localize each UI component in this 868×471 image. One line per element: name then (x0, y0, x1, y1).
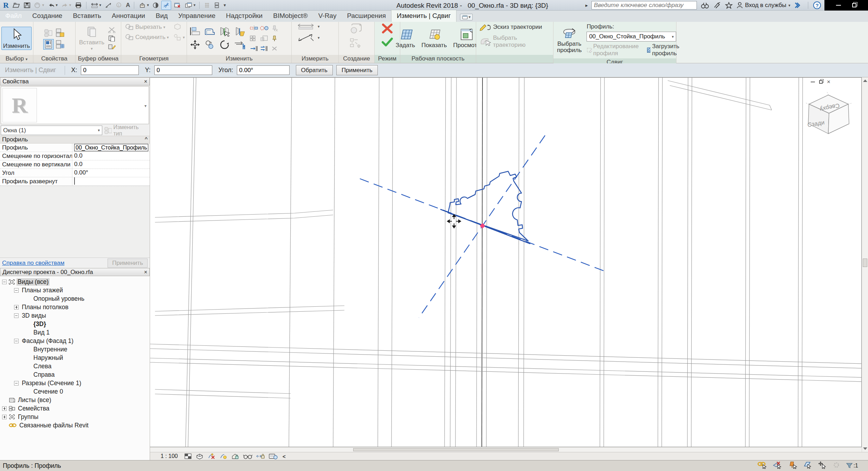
search-expand-icon[interactable]: ▸ (585, 2, 588, 8)
text-icon[interactable]: A (125, 1, 131, 10)
tab-addins[interactable]: Надстройки (221, 10, 268, 22)
ribbon-display-toggle[interactable]: ▾ (460, 14, 473, 20)
delete-icon[interactable] (270, 44, 279, 53)
view-minimize-icon[interactable] (811, 82, 815, 82)
collapse-expander[interactable] (2, 280, 7, 284)
properties-apply-button[interactable]: Применить (108, 259, 148, 268)
horizontal-scrollbar[interactable] (150, 447, 862, 452)
lock-view-icon[interactable] (231, 453, 240, 459)
collapse-expander[interactable] (14, 288, 19, 293)
default-3d-view-icon[interactable]: ▾ (137, 1, 150, 10)
property-group-header[interactable]: Профиль ^ (0, 136, 150, 144)
project-browser-header[interactable]: Диспетчер проекта - 00_Окно.rfa × (0, 268, 150, 276)
view-restore-icon[interactable] (819, 80, 823, 84)
shadows-icon[interactable] (219, 453, 228, 459)
tree-item-ref-level[interactable]: Опорный уровень (0, 294, 150, 303)
close-icon[interactable]: × (144, 79, 147, 84)
tree-item-sheets[interactable]: Листы (все) (0, 396, 150, 404)
vertical-scrollbar[interactable] (862, 77, 868, 452)
y-input[interactable] (154, 65, 212, 75)
panel-measure-label[interactable]: Измерить (292, 55, 338, 63)
property-row-horizontal-offset[interactable]: Смещение по горизонтали 0.0 (0, 152, 150, 160)
close-icon[interactable]: × (144, 269, 147, 275)
redo-icon[interactable]: ▾ (60, 1, 72, 10)
panel-modify-label[interactable]: Изменить (187, 55, 291, 63)
panel-select-label[interactable]: Выбор ▾ (0, 55, 33, 63)
join-geometry-button[interactable]: Соединить▾ ▾ (125, 34, 185, 41)
measure-dimension-button[interactable]: ▾ (297, 23, 320, 30)
tab-vray[interactable]: V-Ray (313, 10, 342, 22)
apply-button[interactable]: Применить (336, 65, 378, 75)
temporary-view-properties-icon[interactable] (268, 453, 278, 459)
tab-annotate[interactable]: Аннотации (106, 10, 150, 22)
tab-extensions[interactable]: Расширения (342, 10, 391, 22)
vertical-scroll-thumb[interactable] (863, 259, 867, 267)
select-links-icon[interactable] (757, 461, 767, 471)
property-row-flipped[interactable]: Профиль развернут (0, 177, 150, 186)
pin-icon[interactable] (270, 34, 279, 43)
tab-insert[interactable]: Вставить (67, 10, 106, 22)
trim-extend-corner-icon[interactable] (234, 39, 247, 50)
select-faces-icon[interactable] (803, 461, 812, 471)
sketch-trajectory-button[interactable]: Эскиз траектории (480, 23, 542, 31)
cut-geometry-button[interactable]: Вырезать▾ (125, 23, 182, 31)
properties-palette-icon[interactable] (43, 39, 54, 50)
finish-sketch-icon[interactable] (381, 37, 393, 46)
panel-workplane-label[interactable]: Рабочая плоскость (400, 55, 476, 63)
panel-create-label[interactable]: Создание (339, 55, 374, 63)
tree-item-exterior[interactable]: Наружный (0, 354, 150, 362)
windows-tile-icon[interactable] (55, 39, 65, 50)
angle-input[interactable] (237, 65, 290, 75)
save-icon[interactable] (22, 1, 32, 10)
properties-header[interactable]: Свойства × (0, 77, 150, 85)
tree-item-sections[interactable]: Разрезы (Сечение 1) (0, 379, 150, 387)
switch-windows-icon[interactable]: ▾ (184, 1, 197, 10)
property-row-profile[interactable]: Профиль (0, 144, 150, 152)
chevron-down-icon[interactable]: ▾ (144, 103, 147, 108)
panel-clipboard-label[interactable]: Буфер обмена (76, 55, 121, 63)
selection-filter[interactable]: :1 (846, 463, 858, 469)
drag-on-selection-icon[interactable] (818, 461, 827, 471)
type-selector[interactable]: R ▾ (1, 86, 149, 124)
customize-qat-icon[interactable]: ▾ (222, 1, 227, 10)
expand-expander[interactable] (2, 415, 7, 419)
property-row-angle[interactable]: Угол 0.00° (0, 169, 150, 177)
workplane-show-button[interactable]: Показать (420, 28, 448, 49)
properties-help-link[interactable]: Справка по свойствам (2, 260, 64, 267)
thin-lines-icon[interactable] (161, 1, 171, 10)
detail-level-icon[interactable] (184, 453, 192, 459)
select-pinned-icon[interactable] (788, 461, 797, 471)
invert-button[interactable]: Обратить (296, 65, 333, 75)
background-processes-icon[interactable] (833, 461, 840, 471)
view-cube[interactable]: Сверху Сзади (802, 90, 856, 146)
undo-icon[interactable]: ▾ (46, 1, 59, 10)
expand-expander[interactable] (2, 406, 7, 411)
copy-icon[interactable] (108, 35, 116, 42)
tree-item-floor-plans[interactable]: Планы этажей (0, 286, 150, 294)
split-with-gap-icon[interactable] (234, 27, 247, 37)
select-profile-button[interactable]: Выбрать профиль (556, 26, 583, 54)
tile-windows-icon[interactable] (213, 1, 221, 10)
paste-button[interactable]: Вставить ▾ (78, 25, 106, 51)
tree-item-left[interactable]: Слева (0, 362, 150, 370)
copy-element-icon[interactable] (204, 40, 216, 49)
help-icon[interactable]: ? (813, 1, 821, 9)
open-icon[interactable] (11, 1, 21, 10)
view-scale[interactable]: 1 : 100 (161, 453, 178, 459)
rotate-icon[interactable] (219, 39, 231, 50)
match-type-icon[interactable] (108, 44, 116, 50)
restore-icon[interactable] (852, 3, 856, 7)
trim-extend-single-icon[interactable] (250, 44, 259, 53)
x-input[interactable] (81, 65, 139, 75)
tab-modify-context[interactable]: Изменить | Сдвиг (391, 10, 456, 22)
favorites-star-icon[interactable] (725, 2, 733, 9)
scale-icon[interactable] (260, 34, 269, 43)
edit-profile-button[interactable]: Редактирование профиля (587, 43, 641, 57)
tree-item-ceiling-plans[interactable]: Планы потолков (0, 303, 150, 311)
tab-view[interactable]: Вид (150, 10, 173, 22)
print-icon[interactable] (73, 1, 83, 10)
scroll-down-arrow[interactable] (863, 447, 867, 450)
communication-center-icon[interactable] (713, 2, 721, 9)
panel-mode-label[interactable]: Режим (375, 55, 400, 63)
temporary-hide-isolate-icon[interactable] (243, 453, 252, 459)
